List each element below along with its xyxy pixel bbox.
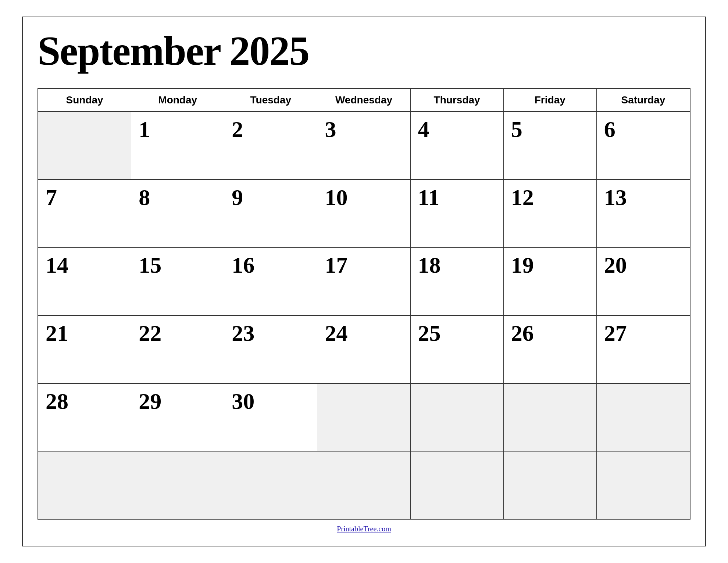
day-number-11: 11 [418,186,440,209]
week-row-3: 14151617181920 [38,248,690,316]
day-cell-4: 4 [411,112,504,179]
day-number-4: 4 [418,118,429,141]
day-cell-9: 9 [224,180,317,247]
calendar-title: September 2025 [38,28,690,74]
week-row-2: 78910111213 [38,180,690,248]
day-cell-19: 19 [504,248,597,315]
day-header-friday: Friday [504,89,597,111]
day-cell-24: 24 [317,316,410,383]
week-row-6 [38,452,690,519]
footer-link[interactable]: PrintableTree.com [337,525,391,533]
day-cell-21: 21 [38,316,131,383]
day-cell-27: 27 [597,316,690,383]
day-number-12: 12 [511,186,534,209]
day-cell-18: 18 [411,248,504,315]
day-cell-empty-4-5 [504,384,597,451]
day-number-19: 19 [511,254,534,276]
day-number-25: 25 [418,322,441,344]
day-number-15: 15 [139,254,161,276]
day-number-2: 2 [232,118,243,141]
day-cell-empty-5-6 [597,452,690,519]
day-cell-17: 17 [317,248,410,315]
day-cell-28: 28 [38,384,131,451]
day-number-29: 29 [139,390,161,412]
day-number-10: 10 [325,186,347,209]
week-row-1: 123456 [38,112,690,180]
day-number-16: 16 [232,254,254,276]
day-number-5: 5 [511,118,522,141]
day-cell-13: 13 [597,180,690,247]
day-cell-5: 5 [504,112,597,179]
calendar-footer[interactable]: PrintableTree.com [38,520,690,538]
day-number-9: 9 [232,186,243,209]
day-number-7: 7 [46,186,57,209]
day-number-22: 22 [139,322,161,344]
day-cell-14: 14 [38,248,131,315]
day-cell-25: 25 [411,316,504,383]
day-cell-10: 10 [317,180,410,247]
day-cell-26: 26 [504,316,597,383]
day-cell-8: 8 [131,180,224,247]
day-cell-30: 30 [224,384,317,451]
week-row-4: 21222324252627 [38,316,690,384]
day-cell-11: 11 [411,180,504,247]
day-cell-2: 2 [224,112,317,179]
day-cell-1: 1 [131,112,224,179]
day-cell-empty-5-4 [411,452,504,519]
day-number-24: 24 [325,322,347,344]
day-header-saturday: Saturday [597,89,690,111]
day-cell-empty-5-2 [224,452,317,519]
day-header-sunday: Sunday [38,89,131,111]
day-number-28: 28 [46,390,68,412]
day-cell-empty-4-6 [597,384,690,451]
day-number-30: 30 [232,390,254,412]
day-number-23: 23 [232,322,254,344]
day-cell-22: 22 [131,316,224,383]
day-cell-29: 29 [131,384,224,451]
day-cell-empty-5-3 [317,452,410,519]
day-number-3: 3 [325,118,336,141]
day-cell-6: 6 [597,112,690,179]
day-number-26: 26 [511,322,534,344]
day-cell-20: 20 [597,248,690,315]
day-cell-3: 3 [317,112,410,179]
day-header-thursday: Thursday [411,89,504,111]
day-number-21: 21 [46,322,68,344]
day-cell-empty-5-5 [504,452,597,519]
day-cell-empty-4-4 [411,384,504,451]
day-number-18: 18 [418,254,441,276]
day-cell-7: 7 [38,180,131,247]
day-number-6: 6 [604,118,615,141]
day-number-14: 14 [46,254,68,276]
day-header-wednesday: Wednesday [317,89,410,111]
day-cell-12: 12 [504,180,597,247]
day-cell-15: 15 [131,248,224,315]
day-number-8: 8 [139,186,150,209]
day-number-13: 13 [604,186,627,209]
day-header-monday: Monday [131,89,224,111]
day-cell-empty-5-1 [131,452,224,519]
day-number-20: 20 [604,254,627,276]
day-cell-23: 23 [224,316,317,383]
calendar-container: September 2025 SundayMondayTuesdayWednes… [22,17,706,546]
day-header-tuesday: Tuesday [224,89,317,111]
day-cell-empty-0-0 [38,112,131,179]
calendar-grid: SundayMondayTuesdayWednesdayThursdayFrid… [38,88,690,520]
day-number-17: 17 [325,254,347,276]
calendar-weeks: 1234567891011121314151617181920212223242… [38,112,690,519]
day-cell-empty-5-0 [38,452,131,519]
day-number-1: 1 [139,118,150,141]
week-row-5: 282930 [38,384,690,452]
day-cell-empty-4-3 [317,384,410,451]
day-headers-row: SundayMondayTuesdayWednesdayThursdayFrid… [38,89,690,112]
day-cell-16: 16 [224,248,317,315]
day-number-27: 27 [604,322,627,344]
